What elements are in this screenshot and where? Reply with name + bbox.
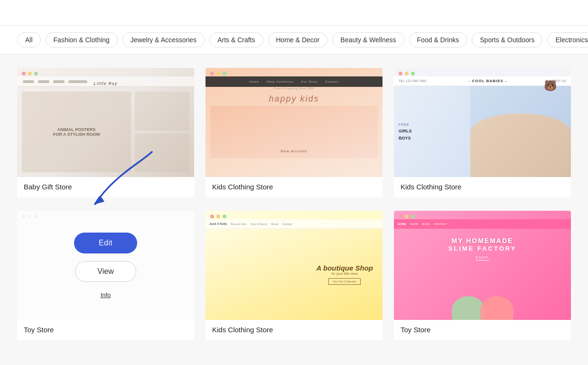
filter-btn-beauty[interactable]: Beauty & Wellness xyxy=(332,32,404,47)
filter-btn-all[interactable]: All xyxy=(17,32,41,47)
filter-btn-arts[interactable]: Arts & Crafts xyxy=(209,32,263,47)
template-card-kids-clothing-1[interactable]: HomeShop CollectionOur StoryContacthappy… xyxy=(205,68,383,197)
templates-grid: ANIMAL POSTERSFOR A STYLISH ROOM Little … xyxy=(17,68,571,340)
filter-btn-food[interactable]: Food & Drinks xyxy=(409,32,467,47)
template-name-toy-store-1: Toy Store xyxy=(17,320,194,340)
filter-btn-fashion[interactable]: Fashion & Clothing xyxy=(46,32,118,47)
template-thumb-kids-clothing-3: Just 4 KidsBoys & GirlsToys & DecorAbout… xyxy=(205,211,383,320)
filter-btn-home[interactable]: Home & Decor xyxy=(268,32,328,47)
filter-btn-sports[interactable]: Sports & Outdoors xyxy=(472,32,542,47)
template-thumb-toy-store-2: HOMESHOPBLOGCONTACTMY HOMEMADESLIME FACT… xyxy=(394,211,571,320)
template-name-kids-clothing-2: Kids Clothing Store xyxy=(394,177,571,197)
view-button-toy-store-1[interactable]: View xyxy=(75,261,136,282)
info-link-toy-store-1[interactable]: Info xyxy=(101,291,111,299)
template-thumb-kids-clothing-2: TEL 123-456-7890- COOL BABIES -ABOUT USF… xyxy=(394,68,571,177)
template-thumb-toy-store-1: HUG ANDHAND... EditViewInfo xyxy=(17,211,194,320)
template-name-kids-clothing-1: Kids Clothing Store xyxy=(205,177,383,197)
breadcrumb xyxy=(17,9,571,16)
template-name-baby-gift-store: Baby Gift Store xyxy=(17,177,194,197)
template-card-kids-clothing-3[interactable]: Just 4 KidsBoys & GirlsToys & DecorAbout… xyxy=(205,211,383,340)
main-content: ANIMAL POSTERSFOR A STYLISH ROOM Little … xyxy=(0,55,588,354)
template-card-baby-gift-store[interactable]: ANIMAL POSTERSFOR A STYLISH ROOM Little … xyxy=(17,68,194,197)
page-header xyxy=(17,19,571,25)
top-bar xyxy=(0,0,588,26)
filter-btn-jewelry[interactable]: Jewelry & Accessories xyxy=(122,32,205,47)
template-card-toy-store-1[interactable]: HUG ANDHAND... EditViewInfoToy Store xyxy=(17,211,194,340)
template-name-kids-clothing-3: Kids Clothing Store xyxy=(205,320,383,340)
template-thumb-baby-gift-store: ANIMAL POSTERSFOR A STYLISH ROOM Little … xyxy=(17,68,194,177)
edit-button-toy-store-1[interactable]: Edit xyxy=(74,233,137,253)
template-card-toy-store-2[interactable]: HOMESHOPBLOGCONTACTMY HOMEMADESLIME FACT… xyxy=(394,211,571,340)
filter-bar: AllFashion & ClothingJewelry & Accessori… xyxy=(0,26,588,55)
template-name-toy-store-2: Toy Store xyxy=(394,320,571,340)
template-thumb-kids-clothing-1: HomeShop CollectionOur StoryContacthappy… xyxy=(205,68,383,177)
template-card-kids-clothing-2[interactable]: TEL 123-456-7890- COOL BABIES -ABOUT USF… xyxy=(394,68,571,197)
template-overlay-toy-store-1: EditViewInfo xyxy=(17,211,194,320)
filter-btn-electronics[interactable]: Electronics xyxy=(547,32,588,47)
